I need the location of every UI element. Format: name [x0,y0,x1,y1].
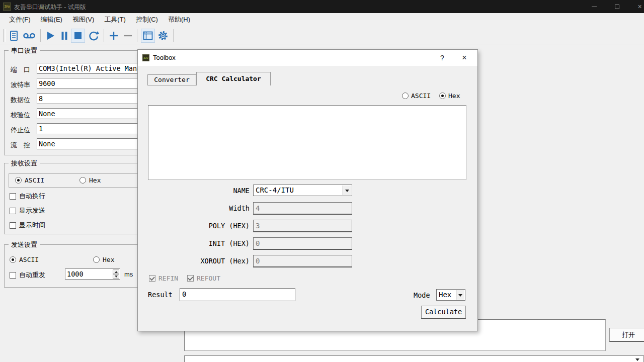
auto-newline-option[interactable]: 自动换行 [10,192,45,201]
baud-label: 波特率 [11,79,30,90]
stepper-up-button[interactable] [113,269,119,274]
result-label: Result [148,291,173,299]
width-label: Width [149,202,250,215]
flowctrl-select[interactable]: None [37,138,146,149]
receive-hex-option[interactable]: Hex [79,176,101,184]
mode-combo[interactable]: Hex [436,289,465,301]
receive-ascii-radio[interactable] [15,177,22,184]
interval-unit-label: ms [124,270,133,278]
toolbox-dialog: Sru Toolbox ? × Converter CRC Calculator… [137,49,478,331]
maximize-icon [615,5,619,9]
menu-help[interactable]: 帮助(H) [163,13,195,26]
zoom-out-icon[interactable] [122,30,134,42]
parity-label: 校验位 [11,110,30,121]
stopbits-select[interactable]: 1 [37,123,146,134]
init-label: INIT (HEX) [149,237,250,250]
menu-file[interactable]: 文件(F) [4,13,36,26]
receive-hex-radio[interactable] [79,177,86,184]
stop-icon [72,30,84,42]
crc-hex-option[interactable]: Hex [439,92,460,100]
crc-hex-radio[interactable] [439,93,446,99]
toolbar-separator [137,29,137,42]
send-settings-title: 发送设置 [9,240,40,249]
resend-interval-stepper [113,269,119,279]
close-button[interactable]: × [628,0,644,13]
play-icon[interactable] [44,30,56,42]
refresh-icon[interactable] [88,30,100,42]
resend-interval-value: 1000 [67,270,84,278]
crc-name-value: CRC-4/ITU [256,186,294,194]
menu-tools[interactable]: 工具(T) [99,13,131,26]
auto-resend-checkbox[interactable] [10,272,16,279]
auto-resend-option[interactable]: 自动重发 [10,270,45,280]
toolbar-grip [4,29,6,42]
record-icon[interactable] [22,30,36,42]
crc-ascii-radio[interactable] [402,93,409,99]
toolbar [0,26,644,45]
show-time-label: 显示时间 [19,221,45,230]
chevron-down-icon[interactable] [456,290,464,300]
result-field[interactable]: 0 [180,288,295,301]
chevron-down-icon[interactable] [343,186,351,195]
serial-settings-title: 串口设置 [9,46,40,55]
send-settings-group: 发送设置 ASCII Hex 自动重发 1000 ms [4,244,147,288]
show-sent-checkbox[interactable] [10,208,16,214]
menu-bar: 文件(F) 编辑(E) 视图(V) 工具(T) 控制(C) 帮助(H) [0,13,644,26]
menu-edit[interactable]: 编辑(E) [36,13,67,26]
port-select[interactable]: COM3(Intel(R) Active Mana [37,63,146,74]
pause-icon[interactable] [58,30,70,42]
send-history-combo[interactable] [184,355,644,362]
settings-gear-icon[interactable] [157,30,169,42]
tab-converter[interactable]: Converter [147,74,196,85]
toolbox-window-button-pressed[interactable] [141,29,155,43]
refin-option: REFIN [149,275,178,282]
zoom-in-icon[interactable] [108,30,120,42]
toolbar-separator [173,29,174,42]
serial-settings-group: 串口设置 端 口 COM3(Intel(R) Active Mana 波特率 9… [4,50,147,155]
name-label: NAME [149,185,250,197]
minimize-icon [592,7,597,7]
xorout-field: 0 [253,255,352,267]
flowctrl-label: 流 控 [11,140,30,151]
databits-select[interactable]: 8 [37,93,146,104]
send-ascii-option[interactable]: ASCII [10,256,39,263]
send-hex-option[interactable]: Hex [93,256,114,263]
tab-crc-calculator[interactable]: CRC Calculator [196,72,271,85]
dialog-close-button[interactable]: × [456,50,473,66]
stopbits-label: 停止位 [11,125,30,136]
show-sent-option[interactable]: 显示发送 [10,206,45,215]
auto-resend-label: 自动重发 [19,270,45,280]
send-hex-radio[interactable] [93,256,100,263]
mode-value: Hex [439,291,451,299]
dialog-help-button[interactable]: ? [434,50,451,66]
calculate-button[interactable]: Calculate [421,306,466,319]
resend-interval-input[interactable]: 1000 [65,268,120,280]
stop-button-pressed[interactable] [71,29,85,43]
show-time-checkbox[interactable] [10,222,16,229]
crc-input-textarea[interactable] [148,105,466,180]
crc-name-combo[interactable]: CRC-4/ITU [253,185,352,196]
open-file-button[interactable]: 打开 [609,328,644,342]
stepper-down-button[interactable] [113,274,119,279]
baud-select[interactable]: 9600 [37,78,146,89]
send-ascii-radio[interactable] [10,256,16,263]
receive-hex-label: Hex [89,176,101,184]
auto-newline-checkbox[interactable] [10,193,16,200]
show-time-option[interactable]: 显示时间 [10,221,45,230]
refin-checkbox [149,275,155,282]
chevron-down-icon [635,358,639,361]
receive-format-box: ASCII Hex [9,173,143,188]
auto-newline-label: 自动换行 [19,192,45,201]
minimize-button[interactable] [583,0,605,13]
crc-ascii-option[interactable]: ASCII [402,92,431,100]
maximize-button[interactable] [606,0,628,13]
poly-field: 3 [253,220,352,232]
refout-label: REFOUT [197,275,220,282]
new-file-icon[interactable] [8,30,20,42]
mode-label: Mode [414,291,430,299]
parity-select[interactable]: None [37,108,146,119]
menu-view[interactable]: 视图(V) [67,13,99,26]
menu-control[interactable]: 控制(C) [131,13,163,26]
port-label: 端 口 [11,64,30,75]
receive-ascii-option[interactable]: ASCII [15,176,44,184]
